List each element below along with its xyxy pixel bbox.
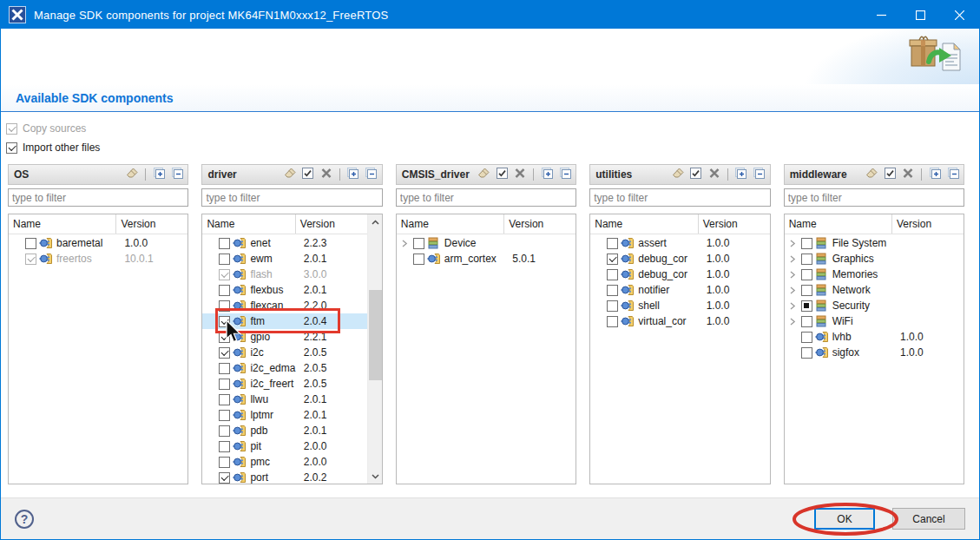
component-row-baremetal[interactable]: baremetal1.0.0 <box>9 235 187 251</box>
filter-input[interactable] <box>8 188 188 207</box>
row-checkbox[interactable] <box>801 254 812 265</box>
component-row-security[interactable]: Security <box>785 298 964 313</box>
select-all-button[interactable] <box>495 168 509 181</box>
clear-filter-button[interactable] <box>125 168 139 181</box>
component-row-pmc[interactable]: pmc2.0.0 <box>202 454 366 470</box>
vertical-scrollbar[interactable] <box>367 214 382 484</box>
row-checkbox[interactable] <box>801 300 812 312</box>
component-row-device[interactable]: Device <box>397 235 576 251</box>
component-row-sigfox[interactable]: sigfox1.0.0 <box>785 345 964 360</box>
component-row-flexbus[interactable]: flexbus2.0.1 <box>202 282 366 298</box>
component-row-wifi[interactable]: WiFi <box>785 313 964 329</box>
expand-chevron-icon[interactable] <box>785 271 801 279</box>
import-other-files-option[interactable]: Import other files <box>6 138 979 157</box>
row-checkbox[interactable] <box>219 316 230 327</box>
component-row-graphics[interactable]: Graphics <box>785 251 964 267</box>
collapse-all-button[interactable] <box>753 168 766 181</box>
row-checkbox[interactable] <box>219 410 230 421</box>
collapse-all-button[interactable] <box>946 168 960 181</box>
row-checkbox[interactable] <box>219 394 230 405</box>
scroll-up-button[interactable] <box>368 214 383 229</box>
ok-button[interactable]: OK <box>814 508 875 530</box>
expand-chevron-icon[interactable] <box>785 286 801 294</box>
row-checkbox[interactable] <box>219 363 230 374</box>
collapse-all-button[interactable] <box>170 168 184 181</box>
row-checkbox[interactable] <box>413 238 424 249</box>
component-row-virtual-cor[interactable]: virtual_cor1.0.0 <box>590 313 769 329</box>
row-checkbox[interactable] <box>219 347 230 359</box>
select-all-button[interactable] <box>883 168 897 181</box>
row-checkbox[interactable] <box>801 285 812 296</box>
deselect-all-button[interactable] <box>513 168 527 181</box>
row-checkbox[interactable] <box>219 457 230 468</box>
component-row-pit[interactable]: pit2.0.0 <box>202 438 366 454</box>
row-checkbox[interactable] <box>607 316 618 327</box>
row-checkbox[interactable] <box>219 379 230 390</box>
row-checkbox[interactable] <box>25 238 36 249</box>
component-row-llwu[interactable]: llwu2.0.1 <box>202 392 366 407</box>
component-row-ftm[interactable]: ftm2.0.4 <box>202 313 366 329</box>
row-checkbox[interactable] <box>413 254 424 265</box>
component-row-ewm[interactable]: ewm2.0.1 <box>202 251 366 267</box>
deselect-all-button[interactable] <box>901 168 915 181</box>
expand-chevron-icon[interactable] <box>785 255 801 263</box>
component-row-network[interactable]: Network <box>785 282 964 298</box>
clear-filter-button[interactable] <box>283 168 297 181</box>
row-checkbox[interactable] <box>219 472 230 484</box>
component-row-gpio[interactable]: gpio2.2.1 <box>202 329 366 345</box>
component-row-debug-cor[interactable]: debug_cor1.0.0 <box>590 267 769 282</box>
row-checkbox[interactable] <box>219 238 230 249</box>
filter-input[interactable] <box>396 188 576 207</box>
row-checkbox[interactable] <box>801 238 812 249</box>
row-checkbox[interactable] <box>219 425 230 437</box>
filter-input[interactable] <box>784 188 964 207</box>
component-row-flash[interactable]: flash3.0.0 <box>202 267 366 282</box>
expand-chevron-icon[interactable] <box>785 302 801 310</box>
row-checkbox[interactable] <box>219 285 230 296</box>
scrollbar-thumb[interactable] <box>369 290 382 380</box>
component-row-i2c-freert[interactable]: i2c_freert2.0.5 <box>202 376 366 392</box>
expand-chevron-icon[interactable] <box>785 318 801 326</box>
cancel-button[interactable]: Cancel <box>892 508 965 530</box>
collapse-all-button[interactable] <box>365 168 378 181</box>
component-row-assert[interactable]: assert1.0.0 <box>590 235 769 251</box>
expand-all-button[interactable] <box>152 168 166 181</box>
row-checkbox[interactable] <box>607 238 618 249</box>
scroll-down-button[interactable] <box>368 469 383 484</box>
clear-filter-button[interactable] <box>865 168 878 181</box>
row-checkbox[interactable] <box>801 332 812 343</box>
row-checkbox[interactable] <box>607 300 618 312</box>
component-row-freertos[interactable]: freertos10.0.1 <box>9 251 187 267</box>
row-checkbox[interactable] <box>219 441 230 452</box>
component-row-lptmr[interactable]: lptmr2.0.1 <box>202 407 366 423</box>
row-checkbox[interactable] <box>801 316 812 327</box>
row-checkbox[interactable] <box>219 254 230 265</box>
filter-input[interactable] <box>589 188 770 207</box>
component-row-enet[interactable]: enet2.2.3 <box>202 235 366 251</box>
row-checkbox[interactable] <box>607 269 618 280</box>
expand-all-button[interactable] <box>928 168 942 181</box>
row-checkbox[interactable] <box>219 300 230 312</box>
deselect-all-button[interactable] <box>707 168 721 181</box>
component-row-port[interactable]: port2.0.2 <box>202 470 366 484</box>
deselect-all-button[interactable] <box>319 168 333 181</box>
collapse-all-button[interactable] <box>558 168 572 181</box>
component-row-pdb[interactable]: pdb2.0.1 <box>202 423 366 438</box>
filter-input[interactable] <box>201 188 382 207</box>
clear-filter-button[interactable] <box>477 168 490 181</box>
component-row-flexcan[interactable]: flexcan2.2.0 <box>202 298 366 313</box>
row-checkbox[interactable] <box>607 254 618 265</box>
import-other-files-checkbox[interactable] <box>6 142 17 154</box>
row-checkbox[interactable] <box>801 347 812 359</box>
component-row-debug-cor[interactable]: debug_cor1.0.0 <box>590 251 769 267</box>
minimize-button[interactable] <box>862 1 901 29</box>
component-row-shell[interactable]: shell1.0.0 <box>590 298 769 313</box>
select-all-button[interactable] <box>689 168 703 181</box>
row-checkbox[interactable] <box>219 332 230 343</box>
component-row-notifier[interactable]: notifier1.0.0 <box>590 282 769 298</box>
expand-all-button[interactable] <box>540 168 554 181</box>
component-row-arm-cortex[interactable]: arm_cortex5.0.1 <box>397 251 576 267</box>
component-row-memories[interactable]: Memories <box>785 267 964 282</box>
expand-all-button[interactable] <box>734 168 748 181</box>
component-row-file-system[interactable]: File System <box>785 235 964 251</box>
